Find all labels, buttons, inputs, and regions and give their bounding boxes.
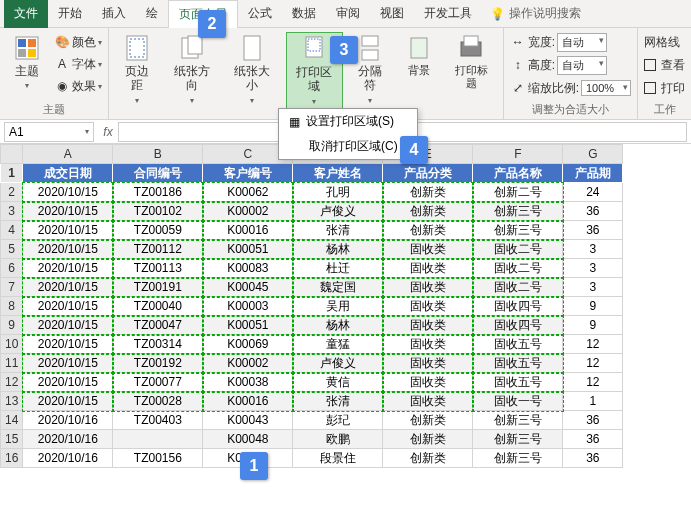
cell[interactable]: 3 <box>563 240 623 259</box>
cell[interactable]: 36 <box>563 430 623 449</box>
cell[interactable]: 固收二号 <box>473 259 563 278</box>
cell[interactable]: 创新类 <box>383 221 473 240</box>
tab-insert[interactable]: 插入 <box>92 0 136 28</box>
cell[interactable]: 固收类 <box>383 354 473 373</box>
col-header[interactable]: G <box>563 145 623 164</box>
tab-home[interactable]: 开始 <box>48 0 92 28</box>
row-header[interactable]: 4 <box>1 221 23 240</box>
cell[interactable]: 固收二号 <box>473 240 563 259</box>
cell[interactable]: 固收四号 <box>473 316 563 335</box>
cell[interactable]: 张清 <box>293 221 383 240</box>
cell[interactable]: 段景住 <box>293 449 383 468</box>
cell[interactable]: K00069 <box>203 335 293 354</box>
row-header[interactable]: 6 <box>1 259 23 278</box>
row-header[interactable]: 7 <box>1 278 23 297</box>
cell[interactable]: K00038 <box>203 373 293 392</box>
cell[interactable]: 卢俊义 <box>293 202 383 221</box>
cell[interactable]: K00051 <box>203 316 293 335</box>
cell[interactable]: 36 <box>563 221 623 240</box>
cell[interactable]: 孔明 <box>293 183 383 202</box>
height-control[interactable]: ↕高度: 自动 <box>510 55 631 75</box>
cell[interactable]: 9 <box>563 316 623 335</box>
cell[interactable]: 2020/10/15 <box>23 259 113 278</box>
cell[interactable]: 2020/10/15 <box>23 221 113 240</box>
tab-formulas[interactable]: 公式 <box>238 0 282 28</box>
cell[interactable]: 2020/10/15 <box>23 240 113 259</box>
cell[interactable]: 固收类 <box>383 373 473 392</box>
cell[interactable]: 12 <box>563 335 623 354</box>
cell[interactable]: K00002 <box>203 354 293 373</box>
cell[interactable]: 杜迁 <box>293 259 383 278</box>
cell[interactable]: 2020/10/15 <box>23 297 113 316</box>
cell[interactable]: 固收类 <box>383 259 473 278</box>
cell[interactable]: K00062 <box>203 183 293 202</box>
row-header[interactable]: 5 <box>1 240 23 259</box>
cell[interactable]: 创新三号 <box>473 202 563 221</box>
cell[interactable]: 创新三号 <box>473 221 563 240</box>
tell-me[interactable]: 💡操作说明搜索 <box>490 5 581 22</box>
cell[interactable]: 3 <box>563 278 623 297</box>
cell[interactable]: 36 <box>563 202 623 221</box>
margins-button[interactable]: 页边距▾ <box>115 32 158 108</box>
effects-button[interactable]: ◉效果▾ <box>54 76 102 96</box>
cell[interactable]: TZ00059 <box>113 221 203 240</box>
cell[interactable]: 2020/10/15 <box>23 373 113 392</box>
cell[interactable]: TZ00314 <box>113 335 203 354</box>
row-header[interactable]: 11 <box>1 354 23 373</box>
row-header[interactable]: 8 <box>1 297 23 316</box>
cell[interactable]: 固收类 <box>383 297 473 316</box>
cell[interactable]: TZ00186 <box>113 183 203 202</box>
cell[interactable]: 2020/10/15 <box>23 202 113 221</box>
cell[interactable]: 固收五号 <box>473 373 563 392</box>
cell[interactable]: 杨林 <box>293 316 383 335</box>
cell[interactable]: 欧鹏 <box>293 430 383 449</box>
cell[interactable]: TZ00192 <box>113 354 203 373</box>
cell[interactable]: 固收类 <box>383 335 473 354</box>
cell[interactable]: 2020/10/15 <box>23 392 113 411</box>
tab-file[interactable]: 文件 <box>4 0 48 28</box>
cell[interactable]: K00051 <box>203 240 293 259</box>
cell[interactable]: 固收二号 <box>473 278 563 297</box>
row-header[interactable]: 12 <box>1 373 23 392</box>
cell[interactable]: 3 <box>563 259 623 278</box>
cell[interactable]: 固收类 <box>383 316 473 335</box>
cell[interactable]: TZ00403 <box>113 411 203 430</box>
cell[interactable]: 2020/10/15 <box>23 316 113 335</box>
cell[interactable]: 36 <box>563 411 623 430</box>
cell[interactable]: 固收一号 <box>473 392 563 411</box>
cell[interactable]: 2020/10/16 <box>23 411 113 430</box>
cell[interactable]: 固收五号 <box>473 354 563 373</box>
cell[interactable]: 固收类 <box>383 392 473 411</box>
cell[interactable]: 2020/10/15 <box>23 354 113 373</box>
cell[interactable]: TZ00077 <box>113 373 203 392</box>
cell[interactable]: K00045 <box>203 278 293 297</box>
cell[interactable]: K00048 <box>203 430 293 449</box>
cell[interactable]: 创新类 <box>383 430 473 449</box>
size-button[interactable]: 纸张大小▾ <box>225 32 280 108</box>
cell[interactable]: 童猛 <box>293 335 383 354</box>
fx-icon[interactable]: fx <box>98 125 118 139</box>
tab-data[interactable]: 数据 <box>282 0 326 28</box>
name-box[interactable]: A1▾ <box>4 122 94 142</box>
scale-control[interactable]: ⤢缩放比例: 100% <box>510 78 631 98</box>
cell[interactable]: K00043 <box>203 411 293 430</box>
tab-developer[interactable]: 开发工具 <box>414 0 482 28</box>
cell[interactable]: 创新三号 <box>473 411 563 430</box>
cell[interactable]: K00016 <box>203 221 293 240</box>
cell[interactable]: 24 <box>563 183 623 202</box>
cell[interactable]: 彭玘 <box>293 411 383 430</box>
cell[interactable]: 创新二号 <box>473 183 563 202</box>
cell[interactable]: 1 <box>563 392 623 411</box>
cell[interactable]: 12 <box>563 354 623 373</box>
row-header[interactable]: 14 <box>1 411 23 430</box>
print-checkbox[interactable]: 打印 <box>644 78 685 98</box>
col-header[interactable]: B <box>113 145 203 164</box>
cell[interactable]: 2020/10/16 <box>23 449 113 468</box>
cell[interactable]: 杨林 <box>293 240 383 259</box>
cell[interactable]: 固收五号 <box>473 335 563 354</box>
cell[interactable]: TZ00113 <box>113 259 203 278</box>
width-control[interactable]: ↔宽度: 自动 <box>510 32 631 52</box>
tab-draw[interactable]: 绘 <box>136 0 168 28</box>
cell[interactable]: 创新类 <box>383 202 473 221</box>
cell[interactable]: K00016 <box>203 392 293 411</box>
